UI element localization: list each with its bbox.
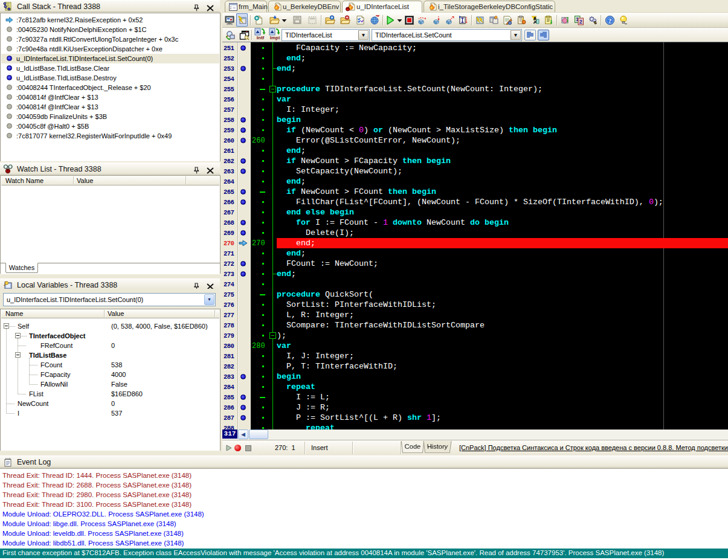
svg-text:2: 2 [579,18,582,24]
svg-text:?: ? [608,16,611,24]
